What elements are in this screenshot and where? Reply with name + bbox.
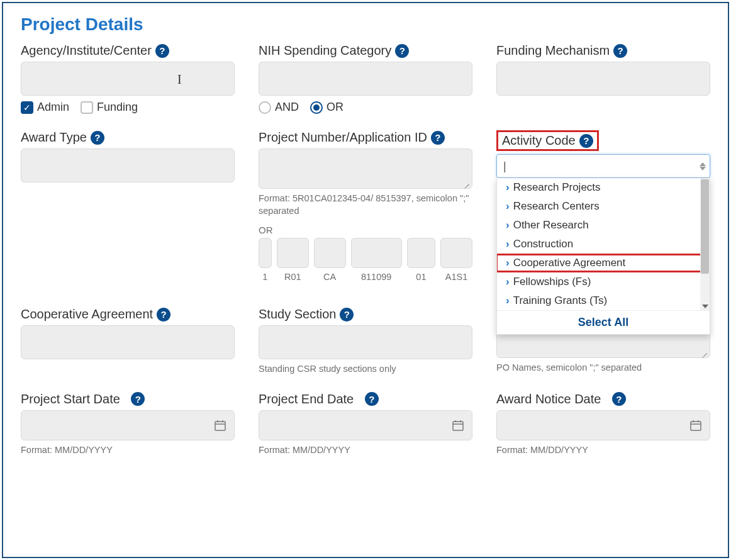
- spending-input[interactable]: [259, 62, 472, 96]
- scrollbar-down-icon[interactable]: [700, 303, 710, 310]
- activity-code-input[interactable]: |: [496, 154, 710, 178]
- calendar-icon[interactable]: [214, 419, 226, 432]
- project-end-field: Project End Date ? Format: MM/DD/YYYY: [259, 392, 472, 457]
- help-icon[interactable]: ?: [340, 308, 354, 322]
- funding-mechanism-input[interactable]: [496, 62, 710, 96]
- help-icon[interactable]: ?: [155, 44, 169, 58]
- help-icon[interactable]: ?: [431, 131, 445, 145]
- dropdown-item-research-centers[interactable]: ›Research Centers: [497, 197, 710, 216]
- project-end-input[interactable]: [259, 410, 472, 440]
- award-notice-hint: Format: MM/DD/YYYY: [496, 444, 710, 457]
- text-cursor-icon: |: [503, 160, 506, 173]
- scrollbar-track[interactable]: [700, 178, 710, 310]
- part-activity-input[interactable]: [277, 238, 309, 268]
- funding-mechanism-label-text: Funding Mechanism: [496, 43, 610, 58]
- and-radio-label: AND: [275, 101, 299, 114]
- award-type-label: Award Type ?: [21, 130, 235, 145]
- dropdown-item-cooperative-agreement[interactable]: ›Cooperative Agreement: [497, 254, 710, 272]
- row-4: Project Start Date ? Format: MM/DD/YYYY …: [21, 392, 710, 457]
- award-notice-field: Award Notice Date ? Format: MM/DD/YYYY: [496, 392, 710, 457]
- funding-checkbox-label: Funding: [97, 101, 138, 114]
- activity-code-field: Activity Code ? | ›Research Projects ›Re…: [496, 130, 710, 282]
- part-label-3: CA: [314, 272, 346, 282]
- admin-checkbox[interactable]: ✓ Admin: [21, 101, 69, 114]
- cooperative-agreement-label-text: Cooperative Agreement: [21, 307, 153, 322]
- row-2: Award Type ? Project Number/Application …: [21, 130, 710, 282]
- or-radio-label: OR: [326, 101, 343, 114]
- dropdown-item-research-projects[interactable]: ›Research Projects: [497, 178, 710, 197]
- award-notice-label-text: Award Notice Date: [496, 392, 601, 406]
- po-names-hint: PO Names, semicolon ";" separated: [496, 362, 710, 374]
- spending-label: NIH Spending Category ?: [259, 43, 472, 58]
- help-icon[interactable]: ?: [91, 131, 104, 145]
- agency-label-text: Agency/Institute/Center: [21, 43, 152, 58]
- project-number-label-text: Project Number/Application ID: [259, 130, 427, 145]
- part-label-1: 1: [259, 272, 272, 282]
- activity-code-highlight: Activity Code ?: [496, 130, 599, 151]
- project-number-hint: Format: 5R01CA012345-04/ 8515397, semico…: [259, 193, 472, 217]
- award-notice-input[interactable]: [496, 410, 710, 440]
- resize-handle-icon[interactable]: [700, 347, 707, 355]
- dropdown-item-fellowships[interactable]: ›Fellowships (Fs): [497, 272, 710, 291]
- project-start-hint: Format: MM/DD/YYYY: [21, 444, 235, 457]
- help-icon[interactable]: ?: [613, 44, 627, 58]
- study-section-label: Study Section ?: [259, 307, 472, 322]
- part-year-input[interactable]: [407, 238, 435, 268]
- item-label: Research Projects: [513, 181, 601, 194]
- project-start-label-text: Project Start Date: [21, 392, 120, 406]
- project-start-input[interactable]: [21, 410, 235, 440]
- caret-up-icon[interactable]: [700, 162, 706, 166]
- part-suffix-input[interactable]: [440, 238, 472, 268]
- help-icon[interactable]: ?: [395, 44, 409, 58]
- study-section-field: Study Section ? Standing CSR study secti…: [259, 307, 472, 376]
- and-radio[interactable]: AND: [259, 101, 299, 114]
- calendar-icon[interactable]: [452, 419, 464, 432]
- project-start-field: Project Start Date ? Format: MM/DD/YYYY: [21, 392, 235, 457]
- calendar-icon[interactable]: [689, 419, 702, 432]
- activity-code-dropdown: | ›Research Projects ›Research Centers ›…: [496, 154, 710, 335]
- spending-label-text: NIH Spending Category: [259, 43, 391, 58]
- dropdown-item-other-research[interactable]: ›Other Research: [497, 216, 710, 235]
- project-end-hint: Format: MM/DD/YYYY: [259, 444, 472, 457]
- svg-rect-0: [215, 422, 225, 430]
- resize-handle-icon[interactable]: [462, 178, 469, 186]
- help-icon[interactable]: ?: [131, 392, 145, 406]
- funding-mechanism-label: Funding Mechanism ?: [496, 43, 710, 58]
- svg-rect-4: [453, 422, 463, 430]
- activity-code-label-text: Activity Code: [502, 133, 576, 148]
- agency-input[interactable]: I: [21, 62, 235, 96]
- dropdown-item-training-grants[interactable]: ›Training Grants (Ts): [497, 291, 710, 310]
- funding-checkbox[interactable]: Funding: [81, 101, 138, 114]
- project-start-label: Project Start Date ?: [21, 392, 235, 406]
- item-label: Fellowships (Fs): [513, 276, 591, 288]
- activity-code-list: ›Research Projects ›Research Centers ›Ot…: [496, 178, 710, 335]
- select-all-button[interactable]: Select All: [497, 310, 710, 334]
- cooperative-agreement-input[interactable]: [21, 325, 235, 359]
- help-icon[interactable]: ?: [365, 392, 379, 406]
- project-number-label: Project Number/Application ID ?: [259, 130, 472, 145]
- dropdown-item-construction[interactable]: ›Construction: [497, 235, 710, 254]
- project-number-input[interactable]: [259, 148, 472, 189]
- part-serial-input[interactable]: [351, 238, 402, 268]
- study-section-input[interactable]: [259, 325, 472, 359]
- spending-field: NIH Spending Category ? AND OR: [259, 43, 472, 114]
- text-cursor-icon: I: [177, 72, 182, 87]
- caret-down-icon[interactable]: [700, 167, 706, 171]
- part-type-input[interactable]: [259, 238, 272, 268]
- item-label: Research Centers: [513, 200, 600, 213]
- study-section-hint: Standing CSR study sections only: [259, 363, 472, 376]
- part-ic-input[interactable]: [314, 238, 346, 268]
- agency-field: Agency/Institute/Center ? I ✓ Admin Fund…: [21, 43, 235, 114]
- project-number-part-labels: 1 R01 CA 811099 01 A1S1: [259, 272, 472, 282]
- help-icon[interactable]: ?: [612, 392, 626, 406]
- row-1: Agency/Institute/Center ? I ✓ Admin Fund…: [21, 43, 710, 114]
- or-radio[interactable]: OR: [310, 101, 343, 114]
- award-type-input[interactable]: [21, 148, 235, 182]
- part-label-2: R01: [277, 272, 309, 282]
- scrollbar-thumb[interactable]: [701, 179, 709, 274]
- help-icon[interactable]: ?: [157, 308, 170, 322]
- or-label: OR: [259, 225, 472, 235]
- spending-radio-row: AND OR: [259, 101, 472, 114]
- agency-checkbox-row: ✓ Admin Funding: [21, 101, 235, 114]
- help-icon[interactable]: ?: [579, 134, 593, 148]
